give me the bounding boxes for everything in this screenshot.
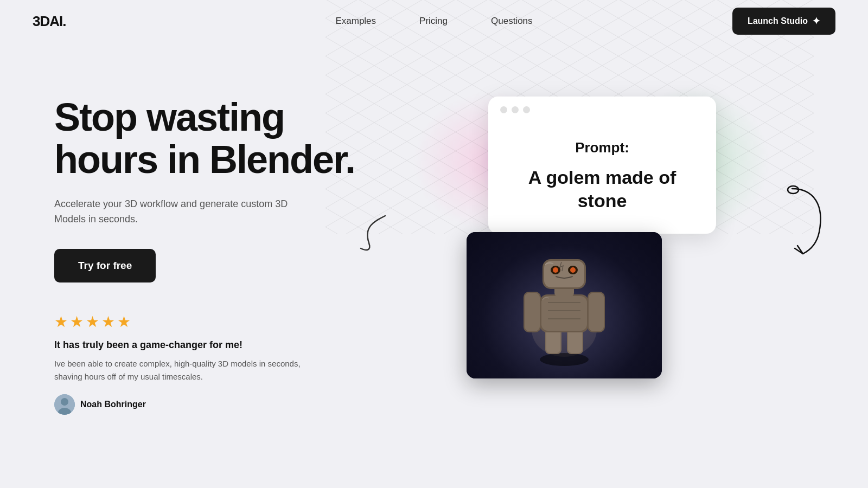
reviewer: Noah Bohringer bbox=[54, 394, 369, 415]
svg-rect-18 bbox=[589, 293, 604, 331]
prompt-text: A golem made of stone bbox=[510, 166, 694, 212]
review-title: It has truly been a game-changer for me! bbox=[54, 339, 369, 351]
arrow-right-decoration bbox=[781, 183, 830, 261]
hero-left: Stop wasting hours in Blender. Accelerat… bbox=[54, 75, 369, 415]
try-for-free-button[interactable]: Try for free bbox=[54, 249, 156, 282]
star-2: ★ bbox=[70, 313, 84, 331]
hero-section: Stop wasting hours in Blender. Accelerat… bbox=[0, 42, 868, 488]
svg-point-25 bbox=[570, 267, 576, 273]
review-text: Ive been able to create complex, high-qu… bbox=[54, 357, 315, 383]
launch-studio-label: Launch Studio bbox=[748, 16, 808, 26]
star-1: ★ bbox=[54, 313, 68, 331]
hero-subtitle: Accelerate your 3D workflow and generate… bbox=[54, 196, 304, 228]
svg-point-24 bbox=[553, 267, 558, 273]
nav-link-questions[interactable]: Questions bbox=[491, 16, 533, 27]
nav-link-pricing[interactable]: Pricing bbox=[419, 16, 448, 27]
star-5: ★ bbox=[117, 313, 131, 331]
svg-rect-16 bbox=[525, 293, 540, 331]
window-dot-3 bbox=[523, 106, 530, 113]
reviewer-name: Noah Bohringer bbox=[80, 400, 146, 409]
hero-right: Prompt: A golem made of stone bbox=[369, 75, 814, 234]
window-dot-1 bbox=[500, 106, 507, 113]
hero-title: Stop wasting hours in Blender. bbox=[54, 97, 369, 181]
navbar: 3DAI. Examples Pricing Questions Launch … bbox=[0, 0, 868, 42]
svg-point-3 bbox=[788, 186, 799, 194]
avatar bbox=[54, 394, 75, 415]
sparkle-icon: ✦ bbox=[812, 15, 820, 27]
card-titlebar bbox=[488, 97, 716, 123]
prompt-card: Prompt: A golem made of stone bbox=[488, 97, 716, 234]
arrow-left-decoration bbox=[358, 210, 391, 256]
star-3: ★ bbox=[86, 313, 99, 331]
review-stars: ★ ★ ★ ★ ★ bbox=[54, 313, 369, 331]
brand-logo: 3DAI. bbox=[33, 13, 66, 30]
launch-studio-button[interactable]: Launch Studio ✦ bbox=[732, 8, 835, 35]
card-body: Prompt: A golem made of stone bbox=[488, 123, 716, 212]
result-card bbox=[467, 232, 662, 378]
golem-visual bbox=[467, 232, 662, 378]
star-4: ★ bbox=[101, 313, 115, 331]
svg-rect-21 bbox=[544, 261, 584, 287]
prompt-label: Prompt: bbox=[510, 139, 694, 156]
svg-point-1 bbox=[61, 398, 68, 406]
window-dot-2 bbox=[512, 106, 519, 113]
nav-link-examples[interactable]: Examples bbox=[335, 16, 376, 27]
svg-point-5 bbox=[540, 353, 589, 366]
golem-svg bbox=[510, 243, 618, 368]
nav-links: Examples Pricing Questions bbox=[335, 16, 532, 27]
svg-rect-11 bbox=[541, 296, 587, 331]
